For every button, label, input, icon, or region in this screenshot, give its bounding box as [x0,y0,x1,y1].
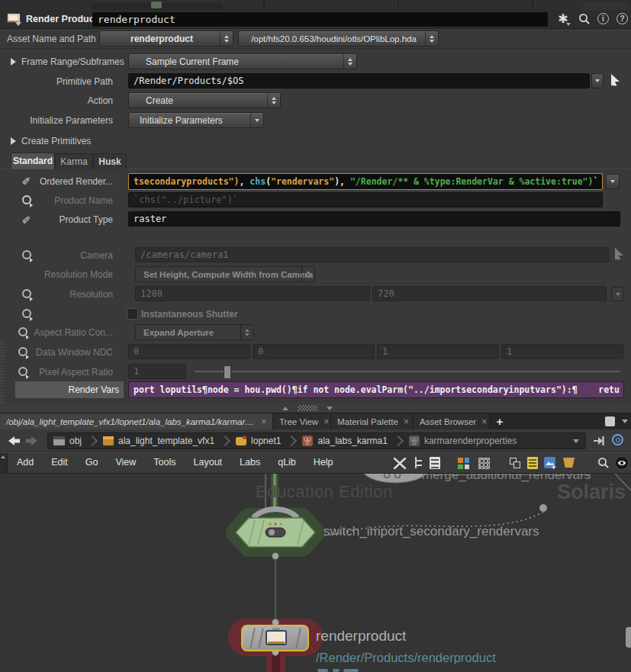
back-arrow-icon[interactable] [8,436,21,446]
breadcrumb-item-obj[interactable]: obj [48,432,87,449]
ndc-y1-input[interactable] [253,344,375,359]
node-stripe [258,628,264,649]
frame-range-spinner[interactable] [343,54,356,69]
help-icon[interactable]: ? [617,13,628,24]
pixel-aspect-input[interactable] [128,364,186,379]
new-pane-tab-button[interactable]: + [490,413,510,429]
initialize-parameters-button[interactable]: Initialize Parameters [128,112,264,128]
tree-hierarchy-icon[interactable] [413,456,425,470]
ndc-x1-input[interactable] [128,344,250,359]
ordered-rendervars-menu-button[interactable] [606,174,620,189]
menu-view[interactable]: View [114,457,137,468]
product-name-input[interactable] [128,192,603,207]
tab-karma[interactable]: Karma [55,153,93,169]
bucket-icon[interactable] [563,458,575,468]
breadcrumb-item-karmarenderproperties[interactable]: karmarenderproperties [404,432,522,449]
pane-divider[interactable] [0,403,631,413]
tools-crossed-icon[interactable] [393,457,407,470]
node-name-input[interactable] [92,12,548,27]
grid-color-icon[interactable] [458,458,469,469]
asset-path-dropdown[interactable]: /opt/hfs20.0.653/houdini/otls/OPlibLop.h… [238,31,439,47]
search-icon[interactable] [578,12,591,26]
switch-output-connector[interactable] [272,553,279,560]
divider-grip-dots[interactable] [298,405,317,411]
initialize-parameters-menu-arrow[interactable] [250,113,263,127]
primitive-path-menu-button[interactable] [591,73,604,88]
network-canvas[interactable]: merge_additional_rendervars Education Ed… [0,474,631,672]
menu-go[interactable]: Go [84,457,100,468]
menu-add[interactable]: Add [15,457,35,468]
aspect-ratio-dropdown[interactable]: Expand Aperture [135,324,254,340]
grid-dots-icon[interactable] [478,458,490,469]
menu-help[interactable]: Help [312,457,335,468]
create-primitives-collapse-arrow[interactable] [11,137,16,145]
image-plus-icon[interactable]: + [544,457,555,468]
menu-tools[interactable]: Tools [152,457,177,468]
resolution-width-input[interactable] [135,286,370,301]
pin-path-icon[interactable] [593,436,605,446]
render-vars-code-field[interactable]: port loputils¶node = hou.pwd()¶if not no… [128,381,624,398]
divider-collapse-down[interactable] [327,407,333,410]
pane-tab-close-icon[interactable]: × [481,416,487,427]
pane-edge-grip[interactable] [0,340,5,406]
pane-tab-network[interactable]: /obj/ala_light_template_vfx1/lopnet1/ala… [0,413,273,429]
gear-menu-icon[interactable]: ✱ [555,11,571,27]
breadcrumb-item-ala-labs-karma1[interactable]: ala_labs_karma1 [297,432,392,449]
info-icon[interactable]: i [597,13,609,24]
divider-collapse-up[interactable] [282,407,288,410]
ndc-x2-input[interactable] [377,344,499,359]
action-spinner[interactable] [267,93,280,108]
renderproduct-node-body[interactable] [241,625,309,651]
pixel-aspect-slider-handle[interactable] [224,365,231,379]
eye-visibility-icon[interactable] [615,456,629,470]
resolution-mode-dropdown[interactable]: Set Height, Compute Width from Camera [135,266,315,282]
camera-pick-arrow-icon[interactable] [613,246,625,260]
tab-standard[interactable]: Standard [11,153,55,169]
breadcrumb-item-lopnet1[interactable]: lopnet1 [230,432,286,449]
pane-tab-tree-view[interactable]: Tree View × [273,413,331,429]
pane-tab-material-palette[interactable]: Material Palette × [331,413,414,429]
radial-menu-icon[interactable] [612,434,623,445]
tab-husk[interactable]: Husk [93,153,127,169]
forward-arrow-icon[interactable] [24,436,38,446]
network-search-icon[interactable] [597,456,610,470]
asset-name-spinner[interactable] [220,31,233,46]
instantaneous-shutter-checkbox[interactable] [127,308,138,320]
menu-qlib[interactable]: qLib [276,457,298,468]
product-type-input[interactable] [128,211,620,227]
windows-overlap-icon[interactable] [510,458,520,468]
breadcrumb-item-ala-light-template[interactable]: ala_light_template_vfx1 [98,432,220,449]
menu-layout[interactable]: Layout [192,457,224,468]
resolution-mode-spinner[interactable] [301,267,314,281]
header-node-type-menu-arrow[interactable] [15,22,21,26]
camera-input[interactable] [135,247,609,262]
asset-path-spinner[interactable] [425,31,438,46]
clipped-node-right-edge[interactable] [626,627,631,648]
frame-range-dropdown[interactable]: Sample Current Frame [128,53,357,69]
action-dropdown[interactable]: Create [128,92,281,108]
channel-circle-icon[interactable] [22,309,31,318]
pane-tab-asset-browser[interactable]: Asset Browser × [414,413,490,429]
list-view-icon[interactable] [430,457,440,469]
pane-splitter-handle[interactable] [0,453,8,473]
pane-menu-arrow[interactable] [622,420,628,423]
primitive-path-pick-arrow-icon[interactable] [609,72,621,86]
pane-maximize-icon[interactable] [605,416,615,426]
ordered-rendervars-input[interactable]: tsecondaryproducts"), chs("rendervars"),… [128,173,603,190]
resolution-menu-button[interactable] [611,287,624,301]
resolution-height-input[interactable] [372,286,607,301]
path-dropdown-arrow[interactable] [573,439,579,443]
aspect-ratio-spinner[interactable] [240,325,253,339]
pane-tab-close-icon[interactable]: × [404,416,409,427]
pane-tab-close-icon[interactable]: × [261,416,266,427]
ndc-y2-input[interactable] [501,344,623,359]
menu-edit[interactable]: Edit [50,457,69,468]
menu-labs[interactable]: Labs [238,457,262,468]
primitive-path-input[interactable] [128,73,590,88]
notes-icon[interactable] [527,457,538,469]
frame-range-collapse-arrow[interactable] [11,58,16,66]
toolbar-divider [532,2,533,8]
pane-tab-close-icon[interactable]: × [324,416,329,427]
pixel-aspect-slider-track[interactable] [195,371,620,372]
asset-name-dropdown[interactable]: renderproduct [99,31,233,47]
